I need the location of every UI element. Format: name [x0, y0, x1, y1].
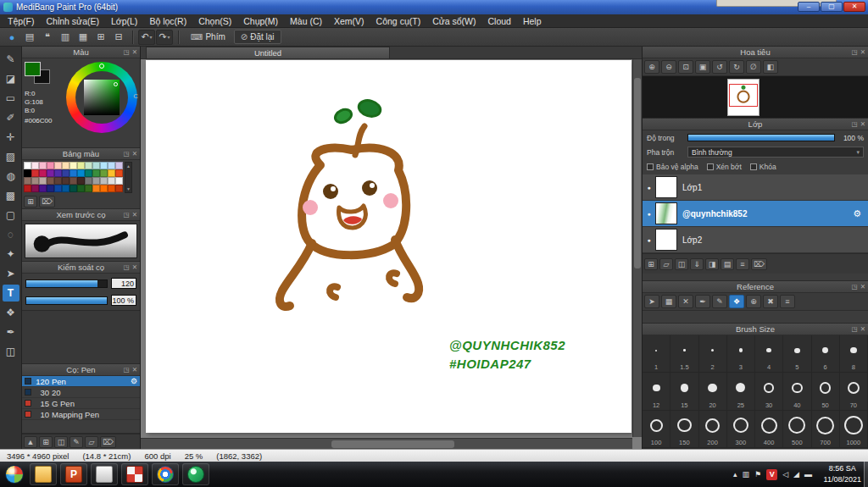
brush-item[interactable]: 10Mapping Pen [22, 409, 140, 420]
menu-item[interactable]: Màu (C) [284, 14, 328, 27]
palette-swatch[interactable] [115, 162, 123, 169]
popout-icon[interactable]: ◳ [852, 283, 858, 291]
brush-folder-icon[interactable]: ▱ [85, 436, 98, 448]
panels-icon[interactable]: ▥ [57, 30, 74, 45]
palette-swatch[interactable] [62, 185, 70, 192]
palette-swatch[interactable] [70, 162, 77, 169]
layer-row[interactable]: ●Lớp1 [643, 174, 868, 201]
menu-item[interactable]: Help [517, 14, 548, 27]
gradient-tool[interactable]: ▩ [3, 187, 19, 204]
palette-swatch[interactable] [62, 169, 70, 177]
menu-item[interactable]: Lớp(L) [105, 14, 143, 27]
brush-size-cell[interactable]: 400 [755, 411, 783, 448]
comment-icon[interactable]: ❝ [39, 30, 56, 45]
popout-icon[interactable]: ◳ [124, 366, 130, 374]
fit-window-icon[interactable]: ⊡ [678, 60, 693, 74]
palette-swatch[interactable] [77, 169, 85, 177]
color-wheel[interactable]: C [66, 62, 137, 133]
palette-swatch[interactable] [70, 185, 77, 192]
menu-item[interactable]: Xem(V) [328, 14, 370, 27]
cursor-icon[interactable]: ➤ [644, 295, 659, 308]
palette-swatch[interactable] [85, 185, 92, 192]
brush-size-value[interactable]: 120 [111, 278, 136, 289]
merge-down-icon[interactable]: ⇓ [690, 258, 704, 270]
popout-icon[interactable]: ◳ [852, 48, 858, 56]
hand-tool[interactable]: ❖ [3, 304, 19, 321]
bucket-tool[interactable]: ◍ [3, 168, 19, 185]
eraser-tool[interactable]: ◪ [3, 70, 19, 87]
add-brush-icon[interactable]: ⊞ [39, 436, 53, 448]
zoom-in-icon[interactable]: ⊕ [644, 60, 659, 74]
brush-size-cell[interactable]: 300 [727, 411, 755, 448]
magic-wand-tool[interactable]: ✦ [3, 246, 19, 263]
palette-swatch[interactable] [47, 177, 54, 185]
palette-swatch[interactable] [54, 177, 62, 185]
start-button[interactable] [3, 463, 26, 485]
eyedropper-ref-icon[interactable]: ✒ [695, 295, 710, 308]
battery-icon[interactable]: ▬ [804, 470, 812, 479]
lasso-tool[interactable]: ◌ [3, 226, 19, 243]
layer-checkbox[interactable]: Xén bớt [707, 163, 742, 171]
palette-swatch[interactable] [39, 162, 47, 169]
scroll-up-icon[interactable]: ▲ [126, 163, 131, 169]
pen-tool[interactable]: ✎ [3, 51, 19, 68]
add-color-icon[interactable]: ⊞ [24, 196, 37, 208]
brush-size-cell[interactable]: 1000 [840, 411, 868, 448]
brush-size-cell[interactable]: 50 [812, 373, 840, 410]
palette-swatch[interactable] [92, 185, 100, 192]
palette-swatch[interactable] [54, 185, 62, 192]
edit-brush-icon[interactable]: ✎ [70, 436, 83, 448]
layer-visibility-icon[interactable]: ● [643, 211, 655, 217]
duplicate-layer-icon[interactable]: ◫ [675, 258, 688, 270]
zoom-out-icon[interactable]: ⊖ [661, 60, 676, 74]
delete-layer-icon[interactable]: ⌦ [751, 258, 767, 270]
menu-item[interactable]: Bộ lọc(R) [143, 14, 192, 27]
reset-view-icon[interactable]: ∅ [746, 60, 761, 74]
brush-item[interactable]: 15G Pen [22, 398, 140, 409]
network-icon[interactable]: ◢ [793, 470, 799, 479]
palette-swatch[interactable] [24, 177, 31, 185]
palette-swatch[interactable] [31, 185, 39, 192]
opacity-slider[interactable] [687, 134, 835, 141]
brush-size-cell[interactable]: 20 [699, 373, 727, 410]
fill-tool[interactable]: ▨ [3, 148, 19, 165]
display-icon[interactable]: ▥ [743, 470, 750, 479]
image-icon[interactable]: ▦ [75, 30, 92, 45]
add-folder-icon[interactable]: ▱ [659, 258, 673, 270]
popout-icon[interactable]: ◳ [124, 263, 130, 271]
layer-row[interactable]: ●@quynhchik852⚙ [643, 201, 868, 227]
layer-settings-icon[interactable]: ▤ [721, 258, 734, 270]
menu-item[interactable]: Công cụ(T) [370, 14, 427, 27]
snap-icon[interactable]: ⊟ [110, 30, 127, 45]
palette-swatch[interactable] [39, 185, 47, 192]
saturation-cursor-icon[interactable] [114, 82, 118, 86]
brush-size-cell[interactable]: 70 [840, 373, 868, 410]
pencil-ref-icon[interactable]: ✎ [712, 295, 727, 308]
close-icon[interactable]: ✕ [132, 48, 137, 56]
palette-swatch[interactable] [92, 177, 100, 185]
popout-icon[interactable]: ◳ [852, 325, 858, 333]
menu-ref-icon[interactable]: ≡ [780, 295, 795, 308]
add-layer-icon[interactable]: ⊞ [644, 258, 658, 270]
brush-size-cell[interactable]: 40 [783, 373, 811, 410]
zoom-ref-icon[interactable]: ⊕ [746, 295, 761, 308]
brush-size-cell[interactable]: 150 [670, 411, 698, 448]
close-icon[interactable]: ✕ [860, 48, 865, 56]
palette-swatch[interactable] [47, 169, 54, 177]
brush-opacity-slider[interactable] [25, 296, 108, 305]
vertical-scrollbar[interactable] [632, 59, 642, 437]
palette-swatch[interactable] [85, 177, 92, 185]
close-icon[interactable]: ✕ [860, 325, 865, 333]
flag-icon[interactable]: ⚑ [754, 470, 761, 479]
rotate-right-icon[interactable]: ↻ [729, 60, 744, 74]
foreground-color-swatch[interactable] [25, 62, 41, 76]
palette-swatch[interactable] [108, 185, 115, 192]
brush-size-cell[interactable]: 12 [643, 373, 670, 410]
close-icon[interactable]: ✕ [860, 120, 865, 128]
phim-button[interactable]: ⌨ Phím [184, 30, 232, 44]
rotate-left-icon[interactable]: ↺ [712, 60, 727, 74]
layer-visibility-icon[interactable]: ● [643, 185, 655, 191]
select-tool[interactable]: ▢ [3, 207, 19, 224]
layer-menu-icon[interactable]: ≡ [736, 258, 749, 270]
maximize-button[interactable]: ▢ [821, 2, 843, 12]
